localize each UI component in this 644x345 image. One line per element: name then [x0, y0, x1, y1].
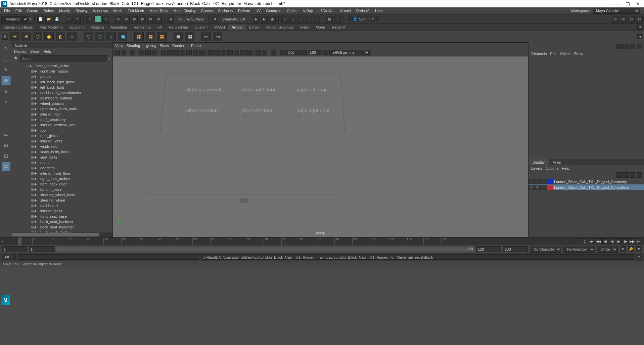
snap-point-icon[interactable]: ⊞ [131, 16, 138, 23]
layout-single-icon[interactable]: ▭ [1, 130, 11, 139]
expand-icon[interactable]: ⊞ [31, 118, 34, 122]
expand-icon[interactable]: ⊞ [31, 187, 34, 192]
menu-redshift[interactable]: Redshift [354, 9, 372, 13]
select-hierarchy-icon[interactable]: ▭ [102, 16, 109, 23]
layer-display-type[interactable] [541, 185, 547, 190]
menu-mesh[interactable]: Mesh [110, 9, 125, 13]
signin-button[interactable]: 👤 Sign In ▾ [349, 16, 377, 22]
vp-menu-shading[interactable]: Shading [127, 44, 140, 48]
range-slider[interactable]: 1 120 [56, 247, 474, 252]
rig-slider-front-left-door[interactable]: front left door [243, 107, 280, 116]
character-set-dropdown[interactable]: No Character Set [530, 246, 561, 253]
menu-create[interactable]: Create [25, 9, 41, 13]
tree-item[interactable]: ⊞◈interior_partition_wall [12, 122, 112, 128]
layer-row[interactable]: London_Black_Cab_TX1_Rigged_Geometry [528, 179, 644, 184]
vp-gate-mask-icon[interactable] [180, 50, 185, 55]
menu-edit-mesh[interactable]: Edit Mesh [125, 9, 147, 13]
expand-icon[interactable]: ⊞ [31, 225, 34, 229]
redo-icon[interactable]: ↷ [74, 16, 81, 23]
shelf-tab-vray[interactable]: VRay [296, 25, 312, 30]
vp-shadows-icon[interactable] [227, 50, 233, 55]
shelf-tab-motion-graphics[interactable]: Motion Graphics [263, 25, 296, 30]
layout-two-icon[interactable]: ⊟ [1, 151, 11, 161]
tree-item[interactable]: ⊞◈windshield [12, 144, 112, 149]
menu-help[interactable]: Help [372, 9, 385, 13]
tree-item[interactable]: ⊞◈right_back_door [12, 181, 112, 187]
script-lang-label[interactable]: MEL [2, 254, 16, 260]
vp-smooth-shade-icon[interactable] [215, 50, 220, 55]
cb-icon-2[interactable] [623, 44, 629, 49]
slider-track[interactable] [186, 116, 223, 116]
move-tool[interactable]: ✥ [1, 76, 11, 85]
expand-icon[interactable]: ⊞ [31, 101, 34, 106]
slider-track[interactable] [296, 116, 333, 116]
tree-item[interactable]: ⊞◈roof [12, 128, 112, 133]
tree-item[interactable]: ⊞◈interior_glass [12, 208, 112, 214]
tree-item[interactable]: ⊞◈doorstep [12, 165, 112, 171]
rig-slider-wheel-rotation[interactable]: wheel rotation [186, 107, 223, 116]
vp-safe-title-icon[interactable] [199, 50, 204, 55]
menu-edit[interactable]: Edit [13, 9, 25, 13]
step-back-button[interactable]: ◀| [602, 238, 608, 244]
vp-select-camera-icon[interactable] [114, 50, 120, 55]
snap-grid-icon[interactable]: ⊞ [115, 16, 122, 23]
shelf-license-icon[interactable]: ▦ [157, 32, 167, 41]
layer-color-swatch[interactable] [547, 185, 553, 190]
snap-curve-icon[interactable]: ⊞ [123, 16, 130, 23]
shelf-export-standin-icon[interactable]: ⬡ [95, 32, 104, 41]
slider-knob[interactable] [187, 114, 190, 118]
goto-end-button[interactable]: ⏭ [636, 238, 642, 244]
maximize-button[interactable]: ▢ [626, 1, 630, 6]
tree-item[interactable]: ⊞◈back_seats_bottom [12, 230, 112, 232]
auto-key-icon[interactable]: 🔑 [628, 246, 634, 252]
shelf-tab-custom[interactable]: Custom [191, 25, 211, 30]
tree-item[interactable]: ⊞◈front_seat_base [12, 214, 112, 219]
ui-element-2-icon[interactable]: ⊞ [620, 16, 627, 23]
shelf-arnold-mesh-light-icon[interactable]: ⬡ [33, 32, 42, 41]
render-frame-icon[interactable]: ▣ [269, 16, 276, 23]
expand-icon[interactable]: ⊞ [31, 182, 34, 186]
open-scene-icon[interactable]: 📂 [45, 16, 52, 23]
undo-icon[interactable]: ↶ [66, 16, 73, 23]
slider-track[interactable] [243, 116, 280, 116]
slider-track[interactable] [186, 95, 223, 95]
menu-file[interactable]: File [1, 9, 13, 13]
menu-display[interactable]: Display [73, 9, 90, 13]
layer-visibility-toggle[interactable] [528, 179, 535, 184]
tree-item[interactable]: ⊞◈wheel_chassis [12, 101, 112, 106]
step-forward-button[interactable]: |▶ [623, 238, 629, 244]
rotate-tool[interactable]: ↻ [1, 87, 11, 96]
minimize-button[interactable]: — [615, 1, 619, 6]
menu-surfaces[interactable]: Surfaces [216, 9, 235, 13]
vp-menu-lighting[interactable]: Lighting [143, 44, 156, 48]
vp-safe-action-icon[interactable] [193, 50, 198, 55]
vp-exposure-field[interactable] [286, 50, 301, 55]
cb-tab-edit[interactable]: Edit [550, 52, 556, 56]
vp-image-plane-icon[interactable] [139, 50, 144, 55]
cb-icon-4[interactable] [637, 44, 642, 49]
expand-icon[interactable]: ⊞ [31, 214, 34, 219]
snap-surface-icon[interactable]: ⊞ [147, 16, 154, 23]
expand-icon[interactable]: ⊞ [31, 107, 34, 111]
play-back-button[interactable]: ◀ [609, 238, 615, 244]
menu-curves[interactable]: Curves [198, 9, 216, 13]
shelf-tab-bifrost[interactable]: Bifrost [246, 25, 263, 30]
shelf-tab-redshift[interactable]: Redshift [328, 25, 349, 30]
vp-xray-icon[interactable] [256, 50, 261, 55]
shelf-tab-mash[interactable]: MASH [211, 25, 228, 30]
new-scene-icon[interactable]: 📄 [37, 16, 44, 23]
expand-icon[interactable]: ⊞ [31, 96, 34, 100]
menu-mesh-tools[interactable]: Mesh Tools [147, 9, 171, 13]
vp-motion-blur-icon[interactable] [240, 50, 245, 55]
menu-mesh-display[interactable]: Mesh Display [171, 9, 198, 13]
select-icon[interactable]: ▭ [86, 16, 93, 23]
layer-move-up-icon[interactable] [616, 172, 622, 178]
vp-grease-pencil-icon[interactable] [152, 50, 157, 55]
layers-tab-anim[interactable]: Anim [549, 159, 565, 165]
shelf-arnold-skydome-icon[interactable]: ☀ [21, 32, 31, 41]
vp-menu-view[interactable]: View [115, 44, 123, 48]
tree-item[interactable]: ⊞◈left_back_light [12, 85, 112, 90]
expand-icon[interactable]: ⊞ [31, 128, 34, 133]
ui-element-4-icon[interactable]: ⊟ [636, 16, 643, 23]
outliner-hscroll[interactable] [12, 232, 112, 237]
